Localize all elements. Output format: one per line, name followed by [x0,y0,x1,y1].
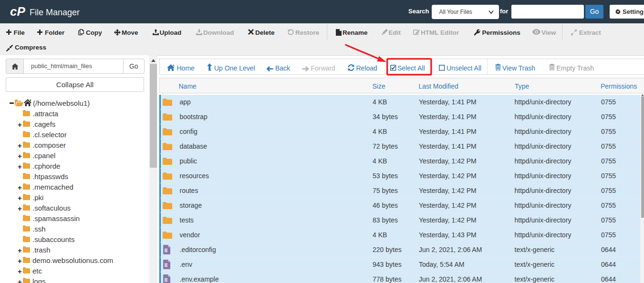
svg-text:cP: cP [10,5,25,18]
